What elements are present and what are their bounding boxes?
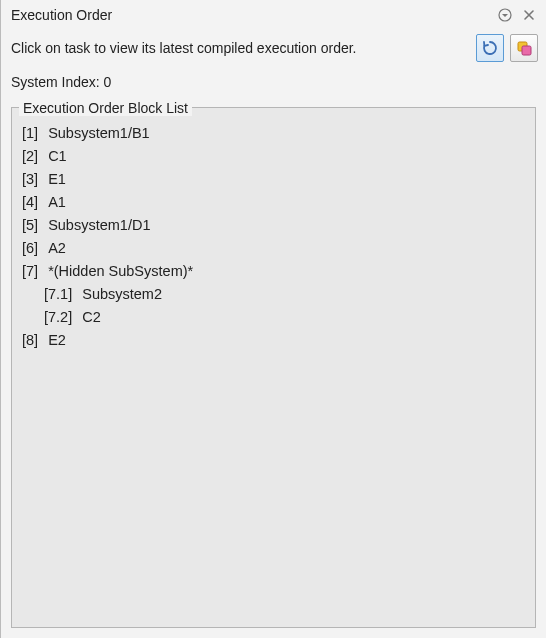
refresh-icon [481, 39, 499, 57]
list-item-name: A2 [48, 240, 66, 256]
highlight-icon [515, 39, 533, 57]
list-item-index: [7.2] [44, 306, 72, 329]
svg-rect-2 [522, 46, 531, 55]
list-item-index: [6] [22, 237, 38, 260]
list-item[interactable]: [4]A1 [22, 191, 525, 214]
list-item-name: C1 [48, 148, 67, 164]
list-item[interactable]: [2]C1 [22, 145, 525, 168]
list-item-index: [8] [22, 329, 38, 352]
list-item-name: *(Hidden SubSystem)* [48, 263, 193, 279]
list-item-index: [4] [22, 191, 38, 214]
instruction-row: Click on task to view its latest compile… [1, 28, 546, 64]
list-item-name: Subsystem1/B1 [48, 125, 150, 141]
list-item[interactable]: [7.2]C2 [22, 306, 525, 329]
system-index-label: System Index: [11, 74, 104, 90]
list-item[interactable]: [5]Subsystem1/D1 [22, 214, 525, 237]
close-icon[interactable] [520, 6, 538, 24]
block-list-group-label: Execution Order Block List [19, 100, 192, 116]
system-index-row: System Index: 0 [1, 64, 546, 96]
list-item[interactable]: [3]E1 [22, 168, 525, 191]
list-item-name: Subsystem2 [82, 286, 162, 302]
system-index-value: 0 [104, 74, 112, 90]
block-list[interactable]: [1]Subsystem1/B1[2]C1[3]E1[4]A1[5]Subsys… [11, 107, 536, 628]
list-item-index: [5] [22, 214, 38, 237]
highlight-button[interactable] [510, 34, 538, 62]
block-list-group: Execution Order Block List [1]Subsystem1… [11, 100, 536, 628]
list-item-name: E2 [48, 332, 66, 348]
list-item-index: [3] [22, 168, 38, 191]
list-item[interactable]: [7]*(Hidden SubSystem)* [22, 260, 525, 283]
list-item[interactable]: [7.1]Subsystem2 [22, 283, 525, 306]
list-item-name: E1 [48, 171, 66, 187]
list-item-name: Subsystem1/D1 [48, 217, 150, 233]
list-item-name: C2 [82, 309, 101, 325]
panel-titlebar: Execution Order [1, 0, 546, 28]
list-item-index: [7] [22, 260, 38, 283]
panel-title: Execution Order [11, 7, 490, 23]
list-item-name: A1 [48, 194, 66, 210]
list-item-index: [1] [22, 122, 38, 145]
list-item-index: [2] [22, 145, 38, 168]
instruction-text: Click on task to view its latest compile… [11, 40, 470, 56]
execution-order-panel: Execution Order Click on task to view it… [1, 0, 546, 638]
list-item[interactable]: [8]E2 [22, 329, 525, 352]
list-item[interactable]: [1]Subsystem1/B1 [22, 122, 525, 145]
panel-menu-icon[interactable] [496, 6, 514, 24]
list-item[interactable]: [6]A2 [22, 237, 525, 260]
list-item-index: [7.1] [44, 283, 72, 306]
refresh-button[interactable] [476, 34, 504, 62]
